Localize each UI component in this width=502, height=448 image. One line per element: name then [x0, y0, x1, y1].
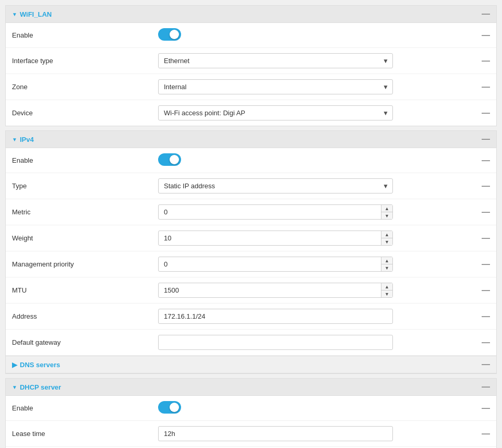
- dhcp-server-title-text: DHCP server: [20, 383, 61, 391]
- mtu-input-wrapper: ▲ ▼: [158, 283, 393, 298]
- dhcp-enable-action: —: [474, 404, 490, 413]
- metric-minus[interactable]: —: [482, 208, 490, 216]
- mtu-input[interactable]: [158, 283, 393, 298]
- dhcp-server-arrow[interactable]: ▼: [12, 384, 17, 390]
- wifi-lan-enable-action: —: [474, 31, 490, 40]
- metric-spin-buttons: ▲ ▼: [381, 205, 392, 219]
- address-input[interactable]: [158, 309, 393, 324]
- management-priority-minus[interactable]: —: [482, 260, 490, 269]
- wifi-lan-collapse-button[interactable]: —: [482, 10, 490, 18]
- weight-action: —: [474, 234, 490, 243]
- zone-label: Zone: [12, 83, 158, 91]
- management-priority-action: —: [474, 260, 490, 269]
- ipv4-enable-control: [158, 153, 474, 167]
- dhcp-server-title: ▼ DHCP server: [12, 383, 61, 391]
- metric-action: —: [474, 208, 490, 216]
- dns-servers-arrow[interactable]: ▶: [12, 361, 17, 369]
- wifi-lan-title: ▼ WiFI_LAN: [12, 10, 52, 18]
- weight-label: Weight: [12, 234, 158, 242]
- ipv4-type-select-wrapper: Static IP address DHCP PPPoE ▼: [158, 178, 393, 193]
- weight-row: Weight ▲ ▼ —: [6, 225, 496, 251]
- default-gateway-minus[interactable]: —: [482, 338, 490, 347]
- address-row: Address —: [6, 304, 496, 330]
- wifi-lan-header: ▼ WiFI_LAN —: [6, 6, 496, 23]
- metric-input[interactable]: [158, 204, 393, 220]
- mtu-label: MTU: [12, 286, 158, 294]
- management-priority-spin-up[interactable]: ▲: [381, 257, 392, 264]
- ipv4-enable-minus[interactable]: —: [482, 156, 490, 165]
- interface-type-label: Interface type: [12, 57, 158, 65]
- metric-control: ▲ ▼: [158, 204, 474, 220]
- ipv4-type-select[interactable]: Static IP address DHCP PPPoE: [158, 178, 393, 193]
- wifi-lan-enable-toggle[interactable]: [158, 28, 181, 41]
- dhcp-server-section: ▼ DHCP server — Enable — Lease time: [5, 378, 497, 448]
- address-action: —: [474, 312, 490, 321]
- interface-type-minus[interactable]: —: [482, 56, 490, 65]
- ipv4-toggle-thumb: [170, 155, 179, 164]
- wifi-lan-enable-row: Enable —: [6, 23, 496, 48]
- management-priority-label: Management priority: [12, 260, 158, 268]
- management-priority-spin-down[interactable]: ▼: [381, 264, 392, 271]
- weight-spin-down[interactable]: ▼: [381, 238, 392, 245]
- lease-time-input[interactable]: [158, 426, 393, 441]
- interface-type-select-wrapper: Ethernet Bridge VLAN ▼: [158, 53, 393, 68]
- zone-minus[interactable]: —: [482, 82, 490, 91]
- address-minus[interactable]: —: [482, 312, 490, 321]
- ipv4-type-control: Static IP address DHCP PPPoE ▼: [158, 178, 474, 193]
- mtu-minus[interactable]: —: [482, 286, 490, 295]
- metric-input-wrapper: ▲ ▼: [158, 204, 393, 220]
- management-priority-row: Management priority ▲ ▼ —: [6, 251, 496, 277]
- mtu-spin-down[interactable]: ▼: [381, 290, 392, 297]
- metric-row: Metric ▲ ▼ —: [6, 199, 496, 225]
- lease-time-label: Lease time: [12, 430, 158, 438]
- dhcp-server-header: ▼ DHCP server —: [6, 379, 496, 396]
- interface-type-action: —: [474, 57, 490, 65]
- default-gateway-row: Default gateway —: [6, 330, 496, 356]
- default-gateway-control: [158, 335, 474, 350]
- dhcp-enable-toggle[interactable]: [158, 401, 181, 414]
- ipv4-enable-action: —: [474, 156, 490, 165]
- device-minus[interactable]: —: [482, 108, 490, 117]
- wifi-lan-enable-minus[interactable]: —: [482, 31, 490, 40]
- wifi-lan-arrow[interactable]: ▼: [12, 11, 17, 17]
- ipv4-collapse-button[interactable]: —: [482, 135, 490, 143]
- interface-type-row: Interface type Ethernet Bridge VLAN ▼ —: [6, 48, 496, 74]
- dhcp-enable-row: Enable —: [6, 396, 496, 421]
- dhcp-enable-control: [158, 401, 474, 415]
- weight-minus[interactable]: —: [482, 234, 490, 243]
- address-control: [158, 309, 474, 324]
- mtu-spin-up[interactable]: ▲: [381, 283, 392, 290]
- weight-input[interactable]: [158, 231, 393, 246]
- dns-servers-collapse-button[interactable]: —: [482, 360, 490, 369]
- weight-spin-up[interactable]: ▲: [381, 231, 392, 238]
- device-label: Device: [12, 109, 158, 117]
- default-gateway-input[interactable]: [158, 335, 393, 350]
- wifi-lan-title-text: WiFI_LAN: [20, 10, 52, 18]
- ipv4-section: ▼ IPv4 — Enable — Type: [5, 130, 497, 374]
- mtu-spin-buttons: ▲ ▼: [381, 283, 392, 297]
- ipv4-type-action: —: [474, 182, 490, 190]
- device-row: Device Wi-Fi access point: Digi AP eth0 …: [6, 100, 496, 126]
- interface-type-select[interactable]: Ethernet Bridge VLAN: [158, 53, 393, 68]
- device-action: —: [474, 109, 490, 117]
- zone-row: Zone Internal External Edge ▼ —: [6, 74, 496, 100]
- zone-select[interactable]: Internal External Edge: [158, 79, 393, 94]
- metric-spin-down[interactable]: ▼: [381, 212, 392, 219]
- device-select-wrapper: Wi-Fi access point: Digi AP eth0 eth1 ▼: [158, 105, 393, 120]
- management-priority-control: ▲ ▼: [158, 257, 474, 272]
- metric-spin-up[interactable]: ▲: [381, 205, 392, 212]
- dns-servers-title: ▶ DNS servers: [12, 361, 60, 369]
- lease-time-minus[interactable]: —: [482, 429, 490, 438]
- zone-select-wrapper: Internal External Edge ▼: [158, 79, 393, 94]
- device-select[interactable]: Wi-Fi access point: Digi AP eth0 eth1: [158, 105, 393, 120]
- ipv4-title: ▼ IPv4: [12, 136, 34, 143]
- lease-time-row: Lease time —: [6, 421, 496, 447]
- ipv4-type-minus[interactable]: —: [482, 181, 490, 190]
- management-priority-input[interactable]: [158, 257, 393, 272]
- dhcp-server-collapse-button[interactable]: —: [482, 383, 490, 391]
- ipv4-arrow[interactable]: ▼: [12, 137, 17, 142]
- ipv4-enable-toggle[interactable]: [158, 153, 181, 166]
- wifi-lan-enable-label: Enable: [12, 31, 158, 39]
- dhcp-enable-minus[interactable]: —: [482, 404, 490, 413]
- interface-type-control: Ethernet Bridge VLAN ▼: [158, 53, 474, 68]
